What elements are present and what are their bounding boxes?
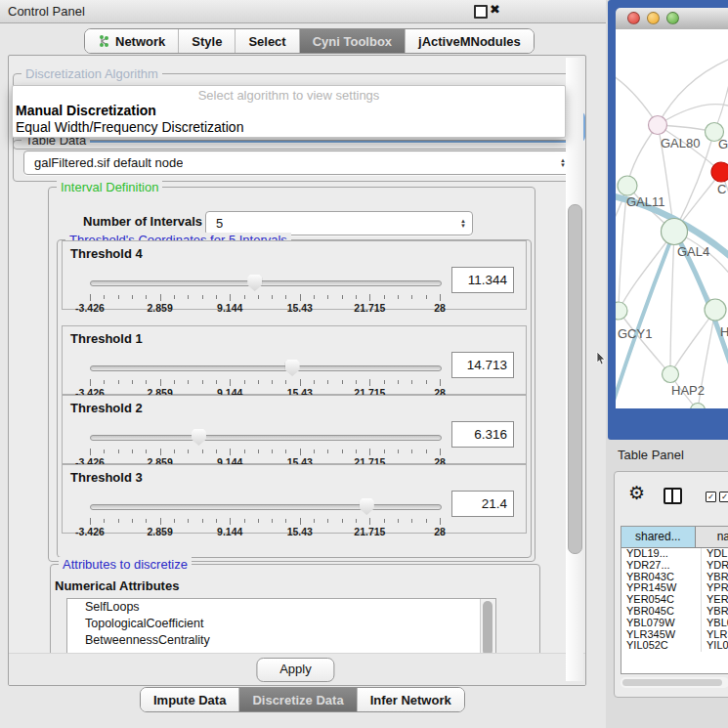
table-cell[interactable]: YDL19... (621, 548, 702, 560)
minimize-traffic-light-icon[interactable] (647, 12, 660, 24)
node-label: GA (718, 137, 728, 151)
table-cell[interactable]: YPR145W (621, 582, 702, 594)
threshold-label: Threshold 2 (70, 401, 143, 415)
table-row[interactable]: YPR145WYPR1 (621, 582, 728, 594)
list-item[interactable]: TopologicalCoefficient (67, 616, 495, 632)
table-row[interactable]: YLR345WYLR3 (621, 629, 728, 641)
table-row[interactable]: YBL079WYBL0 (621, 618, 728, 629)
tab-impute-data[interactable]: Impute Data (141, 688, 239, 711)
close-traffic-light-icon[interactable] (627, 12, 640, 24)
threshold-value-input[interactable]: 21.4 (451, 491, 514, 517)
table-data-value: galFiltered.sif default node (24, 155, 183, 170)
threshold-label: Threshold 4 (70, 246, 143, 261)
node-label: GAL4 (677, 244, 709, 259)
float-window-icon[interactable] (474, 5, 488, 19)
network-node-node-right-mid[interactable] (705, 299, 726, 321)
table-data-combobox[interactable]: galFiltered.sif default node ▲▼ (23, 150, 573, 175)
tab-infer-network[interactable]: Infer Network (358, 688, 464, 711)
table-cell[interactable]: YBL0 (702, 618, 728, 629)
network-node-HAP2[interactable] (663, 366, 679, 383)
tab-network[interactable]: Network (85, 29, 179, 53)
threshold-slider[interactable]: -3.4262.8599.144 15.4321.71528 (90, 358, 440, 393)
tab-discretize-data[interactable]: Discretize Data (239, 688, 357, 711)
slider-track[interactable] (90, 504, 442, 510)
table-cell[interactable]: YER0 (702, 594, 728, 606)
checkbox-icon[interactable]: ✓ (719, 492, 728, 502)
threshold-panel-2: Threshold 2 -3.4262.8599.144 15.4321.715… (62, 395, 527, 464)
table-cell[interactable]: YER054C (621, 594, 702, 606)
table-cell[interactable]: YBR0 (702, 572, 728, 583)
apply-button[interactable]: Apply (256, 658, 334, 682)
main-scrollbar[interactable] (566, 58, 583, 681)
close-icon[interactable]: ✖ (490, 2, 500, 17)
threshold-value-input[interactable]: 11.344 (451, 267, 514, 293)
column-header-name[interactable]: na (696, 527, 728, 547)
screen: Control Panel ✖ Network Style Select Cyn… (0, 0, 728, 728)
slider-track[interactable] (90, 365, 442, 371)
group-title-algorithm: Discretization Algorithm (21, 66, 162, 81)
threshold-label: Threshold 1 (70, 331, 143, 346)
table-cell[interactable]: YBR043C (621, 572, 702, 583)
main-scrollbar-thumb[interactable] (568, 204, 582, 554)
table-panel: ⚙ ✓ ✓ shared... na YDL19...YDL1YDR27...Y… (614, 471, 728, 698)
table-cell[interactable]: YDR27... (621, 560, 702, 572)
list-item[interactable]: BetweennessCentrality (67, 632, 495, 649)
slider-handle[interactable] (247, 275, 262, 291)
tab-style[interactable]: Style (179, 29, 236, 53)
table-row[interactable]: YDR27...YDR2 (621, 560, 728, 572)
threshold-slider[interactable]: -3.4262.8599.144 15.4321.71528 (90, 273, 440, 308)
network-node-GAL4[interactable] (662, 219, 688, 245)
table-cell[interactable]: YLR345W (621, 629, 702, 641)
table-cell[interactable]: YLR3 (702, 629, 728, 641)
threshold-slider[interactable]: -3.4262.8599.144 15.4321.71528 (90, 496, 440, 532)
network-node-GCY1[interactable] (616, 302, 627, 320)
slider-handle[interactable] (192, 429, 206, 446)
column-layout-icon[interactable] (664, 488, 682, 504)
list-scrollbar-thumb[interactable] (483, 601, 492, 656)
network-node-GAL80[interactable] (649, 116, 667, 135)
table-row[interactable]: YBR045CYBR0 (621, 606, 728, 618)
table-horizontal-scrollbar[interactable] (621, 677, 728, 688)
list-item[interactable]: SelfLoops (67, 599, 495, 616)
table-row[interactable]: YER054CYER0 (621, 594, 728, 606)
table-cell[interactable]: YBL079W (621, 618, 702, 629)
table-row[interactable]: YDL19...YDL1 (621, 548, 728, 560)
table-scrollbar-thumb[interactable] (622, 679, 722, 686)
slider-track[interactable] (90, 435, 442, 441)
threshold-value-input[interactable]: 6.316 (451, 421, 514, 448)
table-row[interactable]: YBR043CYBR0 (621, 572, 728, 583)
slider-handle[interactable] (285, 360, 300, 376)
network-window-titlebar[interactable] (616, 8, 728, 30)
threshold-value-input[interactable]: 14.713 (451, 352, 514, 378)
network-node-GAL11[interactable] (618, 176, 637, 195)
menu-item-manual-discretization[interactable]: Manual Discretization (13, 103, 565, 119)
table-cell[interactable]: YIL0 (702, 640, 728, 652)
stepper-icon: ▲▼ (460, 219, 466, 229)
tab-cyni-toolbox[interactable]: Cyni Toolbox (300, 29, 406, 53)
menu-item-equal-width-frequency[interactable]: Equal Width/Frequency Discretization (13, 119, 565, 136)
checkbox-icon[interactable]: ✓ (706, 492, 716, 502)
table-cell[interactable]: YPR1 (702, 582, 728, 594)
table-row[interactable]: YIL052CYIL0 (621, 640, 728, 652)
network-node-red-node[interactable] (711, 162, 728, 182)
zoom-traffic-light-icon[interactable] (666, 12, 679, 24)
threshold-label: Threshold 3 (70, 470, 143, 485)
tab-select[interactable]: Select (236, 29, 299, 53)
table-cell[interactable]: YIL052C (621, 640, 702, 652)
control-panel-header: Control Panel ✖ (0, 0, 606, 23)
column-header-shared-name[interactable]: shared... (621, 527, 696, 547)
table-cell[interactable]: YDR2 (702, 560, 728, 572)
tab-jactivemnodules[interactable]: jActiveMNodules (406, 29, 534, 53)
table-cell[interactable]: YBR045C (621, 606, 702, 618)
slider-handle[interactable] (360, 498, 374, 515)
gear-icon[interactable]: ⚙ (628, 482, 645, 504)
mouse-cursor (596, 352, 608, 365)
network-icon (98, 34, 110, 48)
table-cell[interactable]: YDL1 (702, 548, 728, 560)
toolbox-tab-bar: Network Style Select Cyni Toolbox jActiv… (84, 28, 535, 54)
node-label: GAL80 (661, 136, 700, 150)
network-canvas[interactable]: GAL80GACGAL11GAL4GCY1HHAP2 (616, 29, 728, 408)
table-cell[interactable]: YBR0 (702, 606, 728, 618)
threshold-slider[interactable]: -3.4262.8599.144 15.4321.71528 (90, 427, 440, 462)
slider-track[interactable] (90, 280, 442, 286)
